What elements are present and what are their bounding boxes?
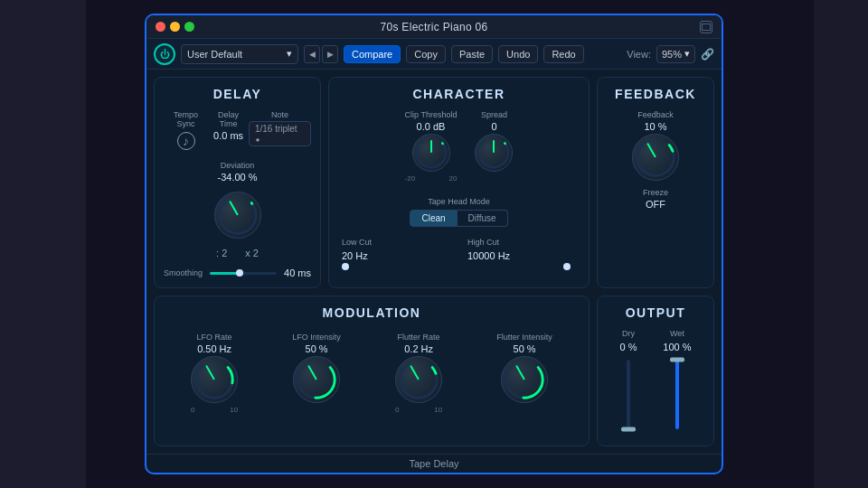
- tempo-sync-label: Tempo Sync: [164, 110, 208, 128]
- dry-fader-container: Dry 0 %: [619, 329, 637, 433]
- high-cut-value: 10000 Hz: [467, 250, 576, 261]
- sidebar-left: [0, 0, 86, 488]
- smoothing-thumb[interactable]: [236, 269, 243, 277]
- wet-thumb[interactable]: [670, 358, 684, 362]
- low-cut-value: 20 Hz: [342, 250, 450, 261]
- feedback-value: 10 %: [644, 121, 666, 132]
- compare-button[interactable]: Compare: [344, 45, 401, 63]
- traffic-lights: [156, 22, 194, 32]
- power-button[interactable]: ⏻: [154, 43, 175, 65]
- sidebar-right: [814, 0, 868, 488]
- lfo-rate-scale: 0 10: [191, 406, 238, 414]
- link-icon[interactable]: 🔗: [701, 48, 714, 61]
- view-value[interactable]: 95% ▾: [656, 45, 695, 63]
- clip-threshold-value: 0.0 dB: [417, 121, 446, 132]
- window-title: 70s Electric Piano 06: [380, 21, 487, 33]
- diffuse-button[interactable]: Diffuse: [458, 210, 508, 227]
- feedback-knob[interactable]: [632, 134, 679, 181]
- nav-arrows: ◀ ▶: [304, 45, 338, 63]
- low-cut-label: Low Cut: [342, 238, 450, 247]
- lfo-intensity-knob[interactable]: [293, 356, 340, 403]
- lfo-rate-knob[interactable]: [191, 356, 238, 403]
- lfo-intensity-label: LFO Intensity: [292, 333, 341, 342]
- bottom-row: MODULATION LFO Rate 0.50 Hz 0: [146, 296, 722, 454]
- smoothing-slider[interactable]: [210, 272, 277, 275]
- delay-time-knob[interactable]: [214, 192, 261, 239]
- svg-point-1: [219, 197, 255, 233]
- lfo-rate-label: LFO Rate: [197, 333, 232, 342]
- wet-fader-container: Wet 100 %: [663, 329, 691, 433]
- flutter-rate-container: Flutter Rate 0.2 Hz 0 10: [395, 333, 442, 414]
- low-cut-thumb[interactable]: [342, 263, 349, 270]
- flutter-rate-label: Flutter Rate: [398, 333, 440, 342]
- copy-button[interactable]: Copy: [406, 45, 446, 63]
- preset-select[interactable]: User Default ▾: [181, 44, 298, 64]
- minimize-button[interactable]: [170, 22, 180, 32]
- tempo-sync-icon[interactable]: ♪: [177, 132, 195, 150]
- freeze-row: Freeze OFF: [643, 188, 668, 210]
- high-cut-thumb[interactable]: [563, 263, 571, 270]
- note-label: Note: [271, 110, 288, 119]
- dry-thumb[interactable]: [621, 427, 636, 432]
- clip-threshold-knob[interactable]: [412, 134, 450, 172]
- wet-value: 100 %: [663, 342, 691, 352]
- dry-fader[interactable]: [627, 360, 630, 429]
- tape-head-buttons: Clean Diffuse: [338, 210, 580, 227]
- wet-fill: [675, 360, 679, 429]
- redo-button[interactable]: Redo: [543, 45, 583, 63]
- undo-button[interactable]: Undo: [498, 45, 538, 63]
- lfo-intensity-container: LFO Intensity 50 %: [292, 333, 341, 403]
- output-title: OUTPUT: [607, 305, 704, 320]
- div2-label: x 2: [245, 248, 259, 258]
- svg-point-7: [637, 139, 674, 175]
- delay-time-value: 0.0 ms: [213, 130, 243, 141]
- lfo-rate-value: 0.50 Hz: [197, 343, 231, 354]
- close-button[interactable]: [156, 22, 165, 32]
- toolbar: ⏻ User Default ▾ ◀ ▶ Compare Copy Paste …: [146, 39, 722, 70]
- flutter-rate-value: 0.2 Hz: [404, 343, 433, 354]
- spread-knob[interactable]: [475, 134, 513, 172]
- clip-scale: -20 20: [405, 174, 458, 183]
- dry-value: 0 %: [619, 342, 637, 352]
- delay-time-label: Delay Time: [208, 110, 249, 128]
- spread-label: Spread: [481, 110, 507, 119]
- svg-point-4: [479, 138, 508, 167]
- prev-preset-button[interactable]: ◀: [304, 45, 320, 63]
- wet-fader[interactable]: [675, 360, 679, 429]
- clip-threshold-label: Clip Threshold: [405, 110, 458, 119]
- zoom-arrow-icon: ▾: [684, 48, 690, 60]
- flutter-rate-knob[interactable]: [395, 356, 442, 403]
- flutter-intensity-knob[interactable]: [501, 356, 548, 403]
- outer-background: 70s Electric Piano 06 ⏻ User Default ▾ ◀…: [0, 0, 868, 488]
- svg-point-12: [401, 361, 437, 398]
- next-preset-button[interactable]: ▶: [322, 45, 338, 63]
- music-note-icon: ♪: [183, 134, 189, 148]
- modulation-knobs-row: LFO Rate 0.50 Hz 0 10: [164, 333, 580, 436]
- clip-threshold-container: Clip Threshold 0.0 dB -20 20: [405, 110, 458, 183]
- spread-value: 0: [491, 121, 496, 132]
- clean-button[interactable]: Clean: [410, 210, 457, 227]
- feedback-inner: Feedback 10 % Freeze OFF: [607, 110, 704, 210]
- title-bar: 70s Electric Piano 06: [146, 15, 722, 39]
- lfo-intensity-value: 50 %: [306, 343, 328, 354]
- high-cut-section: High Cut 10000 Hz: [467, 238, 576, 265]
- svg-point-14: [506, 361, 542, 398]
- paste-button[interactable]: Paste: [451, 45, 493, 63]
- svg-point-2: [416, 138, 445, 167]
- freeze-label: Freeze: [643, 188, 668, 197]
- feedback-title: FEEDBACK: [607, 87, 704, 101]
- view-label: View:: [627, 49, 651, 60]
- delay-panel: DELAY Tempo Sync ♪ Delay Time 0.0 ms Not…: [154, 77, 321, 288]
- feedback-knob-container: Feedback 10 %: [632, 110, 679, 181]
- fullscreen-button[interactable]: [184, 22, 194, 32]
- smoothing-row: Smoothing 40 ms: [164, 267, 311, 278]
- deviation-section: Deviation -34.00 %: [164, 155, 311, 183]
- note-value[interactable]: 1/16 triplet ⬥: [249, 121, 311, 146]
- main-content: DELAY Tempo Sync ♪ Delay Time 0.0 ms Not…: [146, 70, 722, 296]
- lfo-rate-container: LFO Rate 0.50 Hz 0 10: [191, 333, 238, 414]
- svg-point-9: [196, 361, 232, 398]
- flutter-intensity-value: 50 %: [514, 343, 536, 354]
- character-knobs-row: Clip Threshold 0.0 dB -20 20: [338, 110, 580, 183]
- expand-button[interactable]: [700, 21, 712, 33]
- deviation-label: Deviation: [221, 161, 255, 170]
